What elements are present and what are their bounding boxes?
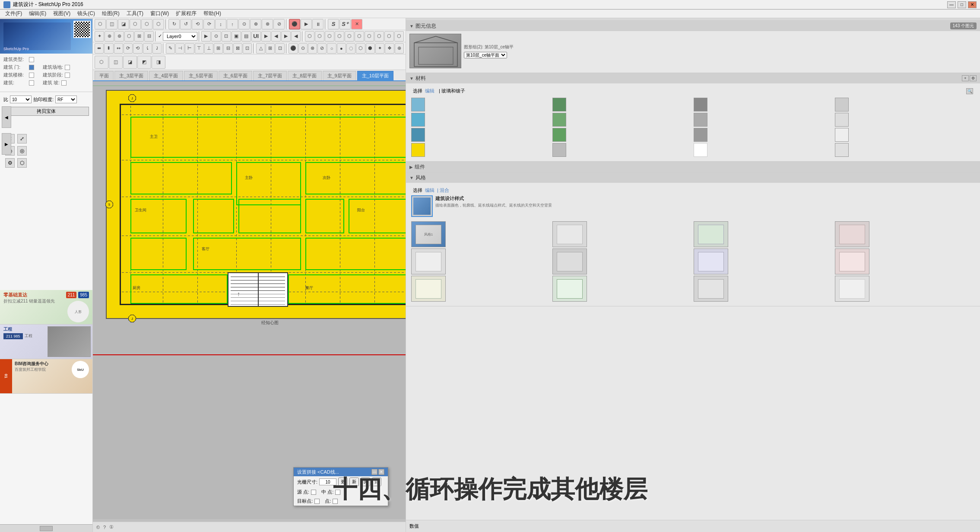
menu-extensions[interactable]: 扩展程序: [172, 9, 200, 18]
tb3-btn-21[interactable]: ⊙: [298, 43, 308, 54]
tb1-btn-9[interactable]: ⟲: [192, 19, 203, 29]
prop-check-7[interactable]: [61, 80, 67, 86]
current-style-thumb[interactable]: [411, 195, 433, 217]
style-mix-label[interactable]: | 混合: [437, 187, 449, 194]
tb2-btn-2[interactable]: ⊕: [105, 31, 114, 41]
style-thumb-6[interactable]: [552, 248, 587, 274]
nav-prev[interactable]: ◀: [2, 106, 11, 128]
mat-edit-label[interactable]: 编辑: [425, 88, 434, 94]
capture-select[interactable]: RF: [55, 96, 77, 103]
tb1-btn-8[interactable]: ↺: [180, 19, 191, 29]
style-thumb-5[interactable]: [411, 248, 446, 274]
tb2-btn-24[interactable]: ⬡: [374, 31, 384, 41]
menu-view[interactable]: 视图(V): [50, 9, 74, 18]
tb1-btn-18[interactable]: ▶: [301, 19, 312, 29]
tb2-btn-12[interactable]: UI: [251, 31, 261, 41]
tab-floor9[interactable]: 主_9层平面: [323, 71, 356, 80]
tb3-btn-25[interactable]: ●: [337, 43, 346, 54]
prop-check-6[interactable]: [29, 80, 34, 86]
tb3-btn-12[interactable]: ⊥: [204, 43, 213, 54]
style-thumb-7[interactable]: [694, 248, 728, 274]
tb3-btn-26[interactable]: ◌: [346, 43, 355, 54]
style-edit-label[interactable]: 编辑: [425, 187, 434, 194]
tb1-btn-13[interactable]: ⊙: [238, 19, 250, 29]
menu-help[interactable]: 帮助(H): [200, 9, 225, 18]
tb3-btn-8[interactable]: ✎: [166, 43, 175, 54]
material-expand[interactable]: +: [962, 75, 969, 81]
menu-draw[interactable]: 绘图(R): [98, 9, 123, 18]
tb2-btn-8[interactable]: ⊙: [211, 31, 221, 41]
tb2-btn-22[interactable]: ⬡: [355, 31, 364, 41]
swatch-8[interactable]: [835, 113, 849, 127]
tb3-btn-3[interactable]: ↭: [114, 43, 123, 54]
styles-header[interactable]: ▼ 风格: [406, 172, 980, 183]
swatch-7[interactable]: [694, 113, 707, 127]
tb2-btn-25[interactable]: ⬡: [384, 31, 394, 41]
minimize-button[interactable]: —: [947, 1, 956, 8]
tb3-btn-19[interactable]: ⊡: [275, 43, 284, 54]
tab-floor10[interactable]: 主_10层平面: [357, 71, 393, 80]
tb4-btn-1[interactable]: ⬡: [95, 56, 108, 69]
ad-banner-3[interactable]: 01 BIM咨询服务中心 百度筑邦工程学院 SkU: [0, 359, 92, 394]
tb2-btn-6[interactable]: ⊟: [144, 31, 154, 41]
prop-check-2[interactable]: [29, 65, 34, 70]
tb1-btn-s2[interactable]: S⁺: [339, 19, 351, 29]
prop-check-1[interactable]: [29, 57, 34, 62]
tool-icon-4[interactable]: ◎: [17, 146, 27, 156]
tb3-btn-30[interactable]: ❖: [385, 43, 394, 54]
tb2-btn-10[interactable]: ▣: [232, 31, 241, 41]
tb2-btn-4[interactable]: ⬡: [124, 31, 134, 41]
tb3-btn-1[interactable]: ⬌: [95, 43, 104, 54]
swatch-16[interactable]: [835, 143, 849, 157]
tb1-btn-12[interactable]: ↑: [227, 19, 238, 29]
menu-edit[interactable]: 编辑(E): [25, 9, 50, 18]
tb1-btn-x[interactable]: ✕: [351, 19, 362, 29]
tb3-btn-13[interactable]: ⊞: [214, 43, 223, 54]
tb1-btn-11[interactable]: ↕: [215, 19, 226, 29]
tb2-btn-15[interactable]: ▶: [281, 31, 291, 41]
tb1-btn-15[interactable]: ⊗: [262, 19, 273, 29]
copy-button[interactable]: 拷贝宝体: [3, 107, 89, 116]
tab-floor6[interactable]: 主_6层平面: [219, 71, 252, 80]
tab-floor7[interactable]: 主_7层平面: [253, 71, 287, 80]
tb3-btn-16[interactable]: ⊡: [243, 43, 252, 54]
tb3-btn-2[interactable]: ⬍: [104, 43, 113, 54]
layer-select[interactable]: Layer0: [163, 32, 197, 41]
tb3-btn-28[interactable]: ⬢: [366, 43, 375, 54]
tb3-btn-23[interactable]: ⊘: [317, 43, 327, 54]
tb3-btn-18[interactable]: ⊞: [266, 43, 275, 54]
tb2-btn-26[interactable]: ⬡: [394, 31, 404, 41]
tb4-btn-3[interactable]: ◪: [123, 56, 137, 69]
prop-check-3[interactable]: [65, 65, 70, 70]
swatch-6[interactable]: [552, 113, 566, 127]
tb3-btn-9[interactable]: ⊣: [175, 43, 184, 54]
tb2-btn-17[interactable]: ⬡: [305, 31, 314, 41]
tb2-btn-5[interactable]: ⊞: [134, 31, 144, 41]
tb2-btn-16[interactable]: ◀: [291, 31, 301, 41]
tb3-btn-6[interactable]: ⤹: [143, 43, 152, 54]
tb1-btn-14[interactable]: ⊕: [250, 19, 261, 29]
tb2-btn-3[interactable]: ⊛: [114, 31, 124, 41]
swatch-4[interactable]: [835, 98, 849, 111]
canvas-area[interactable]: A B C D E F G H I J A B C D E F G H I J …: [93, 81, 406, 519]
swatch-15[interactable]: [694, 143, 707, 157]
ad-banner-1[interactable]: 零基础直达 折扣立减211 销量遥遥领先 211 985 人形: [0, 290, 92, 325]
tb2-btn-1[interactable]: ✦: [95, 31, 104, 41]
tb3-btn-5[interactable]: ⟲: [133, 43, 142, 54]
style-thumb-10[interactable]: [552, 276, 587, 302]
style-thumb-1[interactable]: 风格1: [411, 221, 446, 247]
tb2-btn-13[interactable]: ▶: [261, 31, 271, 41]
tab-floor4[interactable]: 主_4层平面: [149, 71, 183, 80]
style-thumb-11[interactable]: [694, 276, 728, 302]
tb2-btn-19[interactable]: ⬡: [325, 31, 334, 41]
swatch-3[interactable]: [694, 98, 707, 111]
tb3-btn-31[interactable]: ⊕: [395, 43, 404, 54]
menu-tools[interactable]: 工具(T): [123, 9, 147, 18]
swatch-1[interactable]: [411, 98, 425, 111]
tool-icon-5[interactable]: ⚙: [5, 158, 15, 168]
cad-src-check[interactable]: [311, 490, 316, 495]
swatch-9[interactable]: [411, 128, 425, 142]
tb2-btn-9[interactable]: ⊡: [222, 31, 231, 41]
tb2-btn-11[interactable]: ▤: [241, 31, 251, 41]
menu-file[interactable]: 文件(F): [2, 9, 25, 18]
